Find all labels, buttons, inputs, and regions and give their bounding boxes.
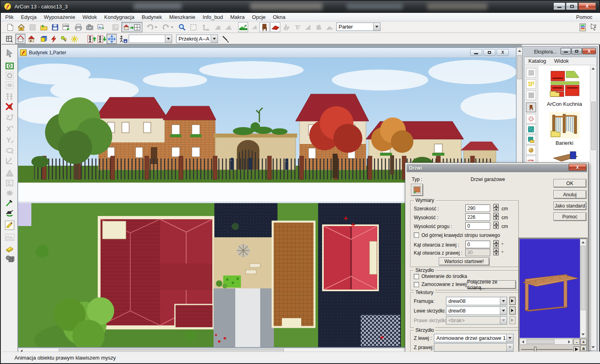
- preview-zoom-in-button[interactable]: +: [580, 339, 587, 345]
- corner-tool-icon[interactable]: [325, 22, 335, 32]
- delete-object-icon[interactable]: [4, 101, 15, 112]
- menu-wyposazenie[interactable]: Wyposażenie: [40, 13, 79, 21]
- restore-button[interactable]: [566, 2, 578, 10]
- view-combobox[interactable]: [129, 35, 172, 43]
- vertical-scroll-thumb[interactable]: [517, 55, 522, 79]
- angle-left-spinner[interactable]: [493, 240, 499, 248]
- ellipse-tool-icon[interactable]: [4, 146, 15, 156]
- left-wing-texture-combobox[interactable]: drew08: [446, 306, 507, 315]
- plan-view-mode-icon[interactable]: [15, 34, 25, 44]
- preview-hscroll-thumb[interactable]: [526, 339, 555, 344]
- wall-tool-icon[interactable]: [212, 22, 222, 32]
- open-folder-icon[interactable]: [39, 22, 49, 32]
- preview-vscrollbar[interactable]: [580, 239, 586, 338]
- layout-tool-icon[interactable]: [4, 178, 15, 188]
- group-people-icon[interactable]: [4, 91, 15, 102]
- menu-widok[interactable]: Widok: [79, 13, 101, 21]
- catalog-texture-icon[interactable]: [526, 124, 536, 134]
- lamp-icon[interactable]: [59, 34, 69, 44]
- menu-kondygnacja[interactable]: Kondygnacja: [101, 13, 138, 21]
- storey-combobox[interactable]: Parter: [336, 23, 380, 31]
- catalog-gear-icon[interactable]: [526, 114, 536, 123]
- catalog-furniture-icon[interactable]: [526, 103, 536, 112]
- view-dropdown-button[interactable]: [165, 35, 172, 43]
- select-lasso-icon[interactable]: [4, 80, 15, 90]
- preview-zoom-out-button[interactable]: -: [573, 339, 580, 345]
- open-inward-checkbox[interactable]: [414, 274, 419, 279]
- close-button[interactable]: X: [578, 2, 596, 10]
- coordinate-axes-icon[interactable]: [201, 22, 211, 32]
- menu-budynek[interactable]: Budynek: [138, 13, 166, 21]
- height-input[interactable]: 226: [465, 213, 490, 221]
- explorer-titlebar[interactable]: Eksplora... X: [523, 47, 598, 57]
- catalog-item-kuchnia[interactable]: ArCon Kuchnia: [538, 70, 590, 107]
- help-button[interactable]: Pomoc: [553, 212, 586, 221]
- building-grid-icon[interactable]: [4, 34, 14, 44]
- frame-texture-combobox[interactable]: drew08: [446, 297, 507, 305]
- undo-icon[interactable]: [145, 22, 158, 32]
- explorer-scroll-up[interactable]: [590, 66, 596, 71]
- frame-texture-dropdown[interactable]: [500, 297, 507, 305]
- sun-icon[interactable]: [69, 34, 79, 44]
- pencil-line-icon[interactable]: [220, 34, 230, 44]
- select-cursor-icon[interactable]: [4, 48, 15, 58]
- dropper-tool-icon[interactable]: [4, 197, 15, 208]
- person-down-icon[interactable]: [97, 34, 107, 44]
- roof-tool-icon[interactable]: [223, 22, 233, 32]
- ok-button[interactable]: OK: [553, 179, 586, 187]
- blank-tool-icon[interactable]: [27, 22, 37, 32]
- storey-dropdown-button[interactable]: [373, 23, 380, 31]
- furniture-tool-icon[interactable]: [259, 22, 269, 32]
- preview-scroll-up[interactable]: [580, 239, 586, 245]
- zoom-icon[interactable]: [177, 22, 187, 32]
- top-edge-checkbox[interactable]: [414, 232, 419, 238]
- door-preview-viewport[interactable]: [520, 239, 580, 338]
- menu-okna[interactable]: Okna: [269, 13, 289, 21]
- catalog-material-icon[interactable]: [526, 145, 536, 155]
- door-type-button[interactable]: [411, 184, 423, 196]
- catalog-blank-icon[interactable]: [526, 68, 536, 78]
- section-combobox[interactable]: Przekrój A--A: [176, 35, 218, 43]
- wing-left-dropdown[interactable]: [506, 334, 513, 342]
- menu-plik[interactable]: Plik: [2, 13, 17, 21]
- child-restore-button[interactable]: [483, 49, 495, 56]
- wing-right-combobox[interactable]: [434, 343, 514, 352]
- window-view-icon[interactable]: [110, 22, 120, 32]
- menu-makra[interactable]: Makra: [226, 13, 248, 21]
- explorer-scroll-thumb[interactable]: [591, 102, 596, 150]
- roof-red-tool-icon[interactable]: [270, 22, 280, 32]
- catalog-item-barierki[interactable]: Barierki: [538, 112, 590, 146]
- redo-icon[interactable]: [161, 22, 175, 32]
- pyramid-tool-icon[interactable]: [4, 168, 15, 178]
- open-project-icon[interactable]: [16, 22, 26, 32]
- menu-edycja[interactable]: Edycja: [17, 13, 40, 21]
- watering-tool-icon[interactable]: [4, 207, 15, 218]
- catalog-item-partial[interactable]: [538, 151, 590, 163]
- fixed-left-checkbox[interactable]: [414, 282, 419, 287]
- explorer-menu-katalog[interactable]: Katalog: [524, 58, 550, 64]
- child-minimize-button[interactable]: [470, 49, 482, 56]
- hand-tool-icon[interactable]: [281, 22, 291, 32]
- eraser-tool-icon[interactable]: [4, 243, 15, 254]
- menu-opcje[interactable]: Opcje: [249, 13, 269, 21]
- left-wing-texture-browse-button[interactable]: [510, 306, 516, 315]
- select-rotate-icon[interactable]: [4, 70, 15, 81]
- explorer-restore-button[interactable]: [571, 48, 582, 54]
- width-spinner[interactable]: [493, 204, 499, 212]
- wall-connection-button[interactable]: Połączenie ze ścianą...: [467, 280, 516, 289]
- cancel-button[interactable]: Anuluj: [553, 190, 586, 199]
- preview-vscroll-thumb[interactable]: [581, 246, 586, 310]
- scroll-up-button[interactable]: [517, 48, 522, 53]
- child-close-button[interactable]: X: [497, 49, 509, 56]
- angle-right-spinner[interactable]: [493, 248, 499, 256]
- menu-info-bud[interactable]: Info_bud: [199, 13, 227, 21]
- elevation-view-icon[interactable]: [26, 34, 36, 44]
- solids-tool-icon[interactable]: [4, 254, 15, 264]
- select-frame-icon[interactable]: [4, 61, 15, 71]
- dialog-close-button[interactable]: X: [569, 164, 586, 171]
- drawing-window-titlebar[interactable]: Budynek 1,Parter X: [18, 48, 516, 58]
- catalog-texture-folder-icon[interactable]: [526, 135, 536, 144]
- move-y-icon[interactable]: Y: [4, 135, 15, 145]
- wing-left-combobox[interactable]: Animowane drzwi garażowe 1: [434, 334, 514, 342]
- slope-tool-icon[interactable]: [303, 22, 313, 32]
